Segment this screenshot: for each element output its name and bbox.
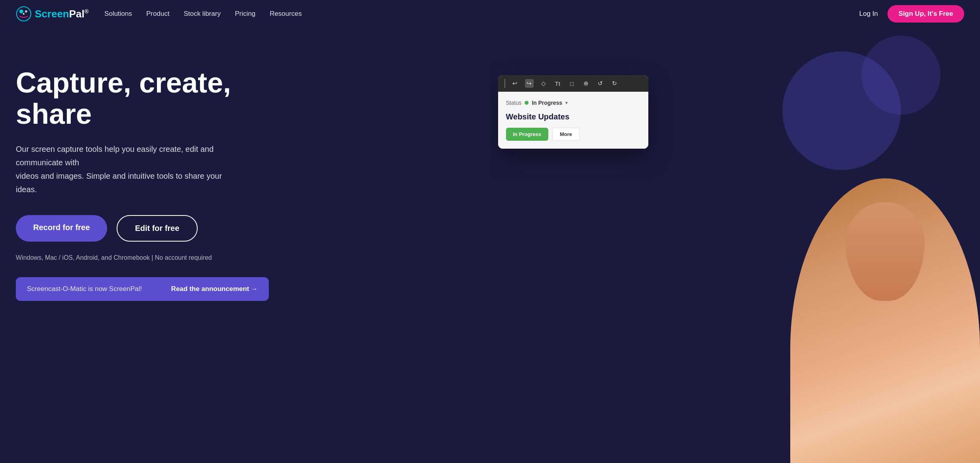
- status-row: Status In Progress ▾: [506, 100, 640, 106]
- toolbar-rect-icon[interactable]: □: [568, 79, 576, 88]
- ui-overlay-card: ↩ ↪ ◇ Tt □ ⊕ ↺ ↻ Status In Progress ▾ We…: [498, 75, 648, 149]
- announcement-banner: Screencast-O-Matic is now ScreenPal! Rea…: [16, 277, 269, 301]
- hero-section: Capture, create, share Our screen captur…: [0, 28, 980, 463]
- nav-right: Log In Sign Up, It's Free: [859, 5, 964, 23]
- login-button[interactable]: Log In: [859, 10, 878, 18]
- status-dot-green: [525, 101, 529, 105]
- toolbar-divider: [504, 79, 505, 88]
- more-button[interactable]: More: [552, 128, 580, 141]
- platform-info: Windows, Mac / iOS, Android, and Chromeb…: [16, 254, 293, 261]
- hero-content: Capture, create, share Our screen captur…: [16, 51, 293, 447]
- nav-item-product[interactable]: Product: [146, 10, 170, 17]
- hero-visual: ↩ ↪ ◇ Tt □ ⊕ ↺ ↻ Status In Progress ▾ We…: [490, 28, 980, 463]
- card-body: Status In Progress ▾ Website Updates In …: [498, 92, 648, 149]
- toolbar-curve-icon[interactable]: ↪: [525, 79, 534, 88]
- announcement-link[interactable]: Read the announcement →: [171, 285, 258, 293]
- logo-text: ScreenPal®: [35, 8, 89, 20]
- card-title: Website Updates: [506, 112, 640, 121]
- nav-item-pricing[interactable]: Pricing: [235, 10, 255, 17]
- logo[interactable]: ScreenPal®: [16, 6, 89, 22]
- logo-icon: [16, 6, 32, 22]
- nav-links: Solutions Product Stock library Pricing …: [104, 10, 302, 18]
- navbar: ScreenPal® Solutions Product Stock libra…: [0, 0, 980, 28]
- edit-for-free-button[interactable]: Edit for free: [117, 215, 197, 242]
- hero-title: Capture, create, share: [16, 67, 293, 130]
- status-label: Status: [506, 100, 522, 106]
- deco-circle-small: [861, 36, 940, 115]
- status-chevron-icon: ▾: [565, 100, 568, 106]
- hero-buttons: Record for free Edit for free: [16, 215, 293, 242]
- toolbar-pen-icon[interactable]: ↩: [511, 79, 519, 88]
- card-action-buttons: In Progress More: [506, 128, 640, 141]
- nav-item-solutions[interactable]: Solutions: [104, 10, 132, 17]
- nav-item-stock-library[interactable]: Stock library: [184, 10, 221, 17]
- svg-point-3: [23, 13, 25, 15]
- toolbar-undo-icon[interactable]: ↺: [596, 79, 605, 88]
- signup-button[interactable]: Sign Up, It's Free: [887, 5, 964, 23]
- announcement-text: Screencast-O-Matic is now ScreenPal!: [27, 285, 163, 293]
- svg-point-1: [19, 9, 23, 13]
- hero-subtitle: Our screen capture tools help you easily…: [16, 142, 245, 196]
- status-value: In Progress: [532, 100, 562, 106]
- person-image: [790, 178, 980, 463]
- nav-item-resources[interactable]: Resources: [270, 10, 302, 17]
- in-progress-button[interactable]: In Progress: [506, 128, 549, 141]
- toolbar: ↩ ↪ ◇ Tt □ ⊕ ↺ ↻: [498, 75, 648, 92]
- toolbar-text-icon[interactable]: Tt: [553, 79, 562, 88]
- svg-point-2: [25, 10, 27, 13]
- toolbar-zoom-icon[interactable]: ⊕: [582, 79, 591, 88]
- record-for-free-button[interactable]: Record for free: [16, 215, 107, 242]
- toolbar-redo-icon[interactable]: ↻: [610, 79, 619, 88]
- toolbar-eraser-icon[interactable]: ◇: [539, 79, 548, 88]
